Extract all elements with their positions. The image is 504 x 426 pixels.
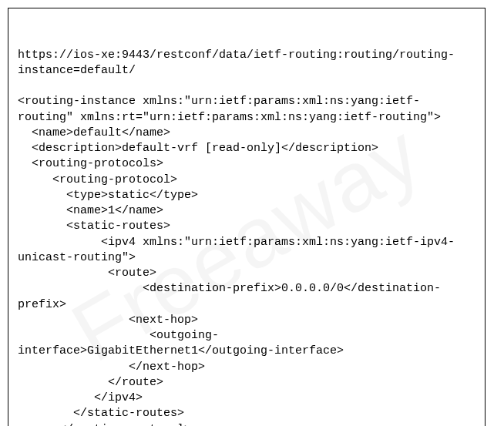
outgoing-interface: <outgoing-interface>GigabitEthernet1</ou…	[18, 329, 344, 357]
routing-protocol-open: <routing-protocol>	[18, 173, 177, 186]
route-open: <route>	[18, 267, 156, 280]
ipv4-open: <ipv4 xmlns:"urn:ietf:params:xml:ns:yang…	[18, 236, 455, 264]
routing-instance-open: <routing-instance xmlns:"urn:ietf:params…	[18, 95, 441, 123]
destination-prefix: <destination-prefix>0.0.0.0/0</destinati…	[18, 282, 441, 310]
description-element: <description>default-vrf [read-only]</de…	[18, 142, 378, 155]
xml-code-block: Freeaway https://ios-xe:9443/restconf/da…	[8, 8, 486, 426]
routing-protocol-close: </routing-protocol>	[18, 423, 191, 427]
static-routes-close: </static-routes>	[18, 407, 184, 420]
next-hop-open: <next-hop>	[18, 314, 198, 327]
rp-name-element: <name>1</name>	[18, 204, 163, 217]
restconf-url: https://ios-xe:9443/restconf/data/ietf-r…	[18, 49, 455, 77]
next-hop-close: </next-hop>	[18, 361, 205, 374]
ipv4-close: </ipv4>	[18, 391, 143, 404]
type-element: <type>static</type>	[18, 189, 198, 202]
routing-protocols-open: <routing-protocols>	[18, 157, 163, 170]
static-routes-open: <static-routes>	[18, 220, 170, 233]
route-close: </route>	[18, 376, 163, 389]
name-element: <name>default</name>	[18, 126, 170, 139]
